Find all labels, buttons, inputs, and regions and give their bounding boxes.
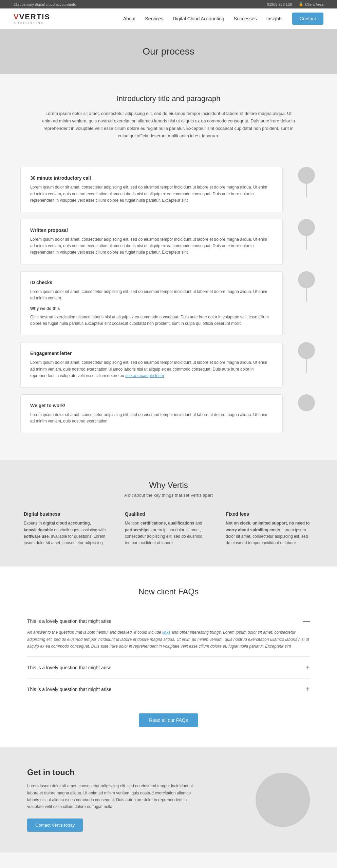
why-subtitle: A bit about the key things that set Vert… bbox=[20, 493, 317, 498]
process-step-1: 30 minute introductory call Lorem ipsum … bbox=[20, 167, 317, 212]
step-body-1: Lorem ipsum dolor sit amet, consectetur … bbox=[30, 184, 273, 204]
hero-banner: Our process bbox=[0, 29, 337, 74]
hero-title: Our process bbox=[14, 46, 323, 57]
top-bar-right: 📞 01905 928 128 🔒 Client Area bbox=[261, 2, 323, 6]
faq-icon-plus-2: + bbox=[306, 685, 310, 693]
contact-body: Lorem ipsum dolor sit amet, consectetur … bbox=[27, 783, 197, 810]
contact-section: Get in touch Lorem ipsum dolor sit amet,… bbox=[0, 747, 337, 852]
step-card-5: We get to work! Lorem ipsum dolor sit am… bbox=[20, 394, 283, 433]
why-card-0-body: Experts in digital cloud accounting, kno… bbox=[24, 520, 111, 546]
step-card-2: Written proposal Lorem ipsum dolor sit a… bbox=[20, 219, 283, 264]
nav-services[interactable]: Services bbox=[145, 16, 163, 21]
step-line-3 bbox=[306, 288, 307, 302]
step-circle-4-container bbox=[296, 342, 317, 373]
why-card-1-body: Mention certifications, qualifications a… bbox=[125, 520, 212, 546]
faq-cta: Read all our FAQs bbox=[27, 713, 310, 727]
intro-body: Lorem ipsum dolor sit amet, consectetur … bbox=[41, 110, 296, 140]
tagline: 21st century digital cloud accountants bbox=[14, 2, 76, 6]
why-card-2-title: Fixed fees bbox=[226, 511, 313, 517]
step-body-4: Lorem ipsum dolor sit amet, consectetur … bbox=[30, 359, 273, 379]
nav-digital-cloud[interactable]: Digital Cloud Accounting bbox=[173, 16, 224, 21]
process-step-2: Written proposal Lorem ipsum dolor sit a… bbox=[20, 219, 317, 264]
step-circle-5-container bbox=[296, 394, 317, 411]
step-title-2: Written proposal bbox=[30, 228, 273, 233]
phone-number: 01905 928 128 bbox=[267, 2, 292, 6]
client-area-label: Client Area bbox=[305, 2, 323, 6]
step-circle-1-container bbox=[296, 167, 317, 197]
faq-heading: New client FAQs bbox=[27, 587, 310, 596]
client-area-link[interactable]: 🔒 Client Area bbox=[299, 2, 323, 6]
why-body-3: Quis nostrud exercitation ullamco labori… bbox=[30, 314, 273, 327]
logo-sub: ACCOUNTING bbox=[14, 21, 44, 25]
phone-info: 📞 01905 928 128 bbox=[261, 2, 292, 6]
logo-v: V bbox=[14, 13, 19, 21]
step-card-4: Engagement letter Lorem ipsum dolor sit … bbox=[20, 342, 283, 388]
faq-icon-minus-0: — bbox=[303, 617, 310, 625]
step-circle-2 bbox=[298, 219, 315, 236]
logo-text: VVERTIS bbox=[14, 13, 50, 21]
faq-item-0: This is a lovely question that might ari… bbox=[27, 610, 310, 656]
why-card-2-body: Not on clock, unlimited support, no need… bbox=[226, 520, 313, 546]
step-circle-3-container bbox=[296, 271, 317, 302]
faq-question-1[interactable]: This is a lovely question that might ari… bbox=[27, 664, 310, 671]
step-circle-3 bbox=[298, 271, 315, 288]
step-line-4 bbox=[306, 359, 307, 373]
why-title-3: Why we do this bbox=[30, 305, 273, 312]
step-body-5: Lorem ipsum dolor sit amet, consectetur … bbox=[30, 412, 273, 425]
contact-circle-decoration bbox=[256, 773, 310, 827]
nav-about[interactable]: About bbox=[123, 16, 136, 21]
step-circle-2-container bbox=[296, 219, 317, 250]
step-circle-5 bbox=[298, 394, 315, 411]
nav-insights[interactable]: Insights bbox=[266, 16, 283, 21]
step-circle-1 bbox=[298, 167, 315, 184]
step-title-5: We get to work! bbox=[30, 403, 273, 408]
why-heading: Why Vertis bbox=[20, 480, 317, 490]
faq-question-0[interactable]: This is a lovely question that might ari… bbox=[27, 617, 310, 625]
faq-icon-plus-1: + bbox=[306, 664, 310, 671]
process-step-5: We get to work! Lorem ipsum dolor sit am… bbox=[20, 394, 317, 433]
step-card-1: 30 minute introductory call Lorem ipsum … bbox=[20, 167, 283, 212]
main-nav: About Services Digital Cloud Accounting … bbox=[123, 13, 323, 25]
phone-icon: 📞 bbox=[261, 2, 265, 6]
faq-item-2: This is a lovely question that might ari… bbox=[27, 678, 310, 700]
read-faqs-button[interactable]: Read all our FAQs bbox=[139, 713, 198, 727]
process-step-4: Engagement letter Lorem ipsum dolor sit … bbox=[20, 342, 317, 388]
logo: VVERTIS ACCOUNTING bbox=[14, 13, 50, 25]
step-line-2 bbox=[306, 236, 307, 250]
faq-answer-link[interactable]: links bbox=[162, 630, 170, 635]
why-card-1-title: Qualified bbox=[125, 511, 212, 517]
step-4-link[interactable]: see an example letter bbox=[125, 373, 164, 378]
step-title-3: ID checks bbox=[30, 280, 273, 285]
top-bar: 21st century digital cloud accountants 📞… bbox=[0, 0, 337, 8]
why-card-0: Digital business Experts in digital clou… bbox=[20, 511, 115, 546]
step-body-2: Lorem ipsum dolor sit amet, consectetur … bbox=[30, 236, 273, 256]
step-line-1 bbox=[306, 184, 307, 197]
contact-heading: Get in touch bbox=[27, 768, 197, 777]
lock-icon: 🔒 bbox=[299, 2, 303, 6]
faq-question-2[interactable]: This is a lovely question that might ari… bbox=[27, 685, 310, 693]
why-card-2: Fixed fees Not on clock, unlimited suppo… bbox=[222, 511, 317, 546]
why-grid: Digital business Experts in digital clou… bbox=[20, 511, 317, 546]
step-title-4: Engagement letter bbox=[30, 351, 273, 356]
header: VVERTIS ACCOUNTING About Services Digita… bbox=[0, 8, 337, 29]
process-step-3: ID checks Lorem ipsum dolor sit amet, co… bbox=[20, 271, 317, 336]
contact-button[interactable]: Contact bbox=[292, 13, 323, 25]
faq-answer-0: An answer to the question that is both h… bbox=[27, 629, 310, 650]
faq-question-text-1: This is a lovely question that might ari… bbox=[27, 665, 111, 670]
footer: VVERTIS ACCOUNTING Lorem ipsum dolor sit… bbox=[0, 852, 337, 868]
process-section: 30 minute introductory call Lorem ipsum … bbox=[0, 160, 337, 460]
why-section: Why Vertis A bit about the key things th… bbox=[0, 460, 337, 567]
intro-heading: Introductory title and paragraph bbox=[41, 94, 296, 103]
contact-inner: Get in touch Lorem ipsum dolor sit amet,… bbox=[27, 768, 197, 832]
step-circle-4 bbox=[298, 342, 315, 359]
why-card-1: Qualified Mention certifications, qualif… bbox=[121, 511, 216, 546]
faq-section: New client FAQs This is a lovely questio… bbox=[0, 567, 337, 747]
intro-section: Introductory title and paragraph Lorem i… bbox=[0, 74, 337, 160]
nav-successes[interactable]: Successes bbox=[234, 16, 257, 21]
step-card-3: ID checks Lorem ipsum dolor sit amet, co… bbox=[20, 271, 283, 336]
faq-question-text-2: This is a lovely question that might ari… bbox=[27, 687, 111, 692]
step-body-3: Lorem ipsum dolor sit amet, consectetur … bbox=[30, 289, 273, 301]
contact-today-button[interactable]: Contact Vertis today bbox=[27, 818, 83, 832]
faq-question-text-0: This is a lovely question that might ari… bbox=[27, 618, 111, 624]
faq-item-1: This is a lovely question that might ari… bbox=[27, 656, 310, 678]
